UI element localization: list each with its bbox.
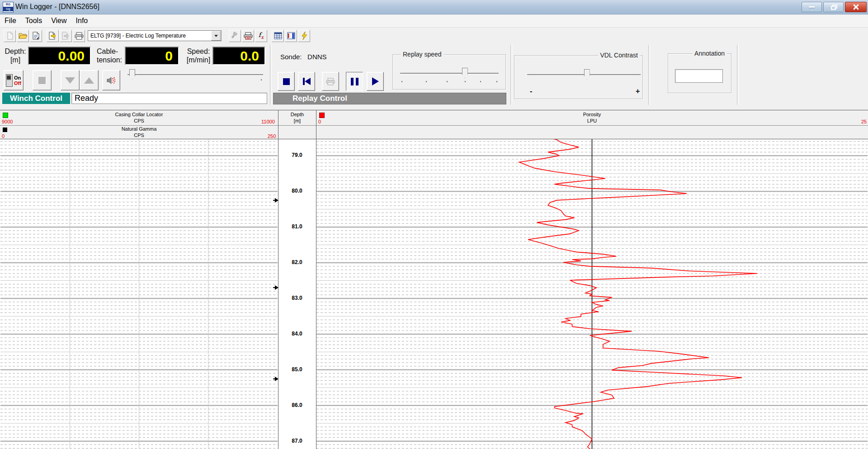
open-folder-icon bbox=[19, 32, 28, 39]
calibration-button[interactable]: ° bbox=[229, 30, 241, 42]
fx-icon: fx bbox=[259, 31, 264, 40]
arrow-down-icon bbox=[65, 77, 75, 84]
winch-down-button[interactable] bbox=[61, 70, 80, 90]
winch-power-toggle[interactable]: OnOff bbox=[4, 70, 24, 90]
depth-tick-label: 83.0 bbox=[278, 295, 316, 301]
sonde-program-combobox[interactable]: ELTG [9739] - Electric Log Temperature bbox=[88, 30, 222, 41]
vdl-grid-icon bbox=[287, 32, 295, 39]
print-button[interactable] bbox=[73, 30, 85, 42]
replay-rewind-button[interactable] bbox=[298, 72, 315, 91]
close-button[interactable] bbox=[845, 2, 867, 12]
edit-log-button[interactable] bbox=[30, 30, 42, 42]
annotation-input[interactable] bbox=[675, 69, 723, 83]
title-bar: RGlog Win Logger - [DNNS2656] bbox=[0, 0, 868, 14]
play-icon bbox=[372, 77, 379, 85]
printer-log-icon bbox=[244, 32, 253, 40]
gamma-curve-unit: CPS bbox=[0, 132, 278, 138]
speaker-icon bbox=[106, 76, 116, 85]
printer-icon bbox=[75, 32, 84, 40]
print-log-button[interactable] bbox=[242, 30, 254, 42]
vdl-view-button[interactable] bbox=[285, 30, 297, 42]
document-edit-icon bbox=[32, 32, 40, 40]
new-log-button[interactable] bbox=[4, 30, 16, 42]
data-table-button[interactable] bbox=[272, 30, 284, 42]
combobox-value: ELTG [9739] - Electric Log Temperature bbox=[88, 33, 211, 39]
app-logo-icon: RGlog bbox=[3, 2, 14, 13]
panel-separator bbox=[648, 45, 650, 105]
switch-icon bbox=[6, 74, 13, 87]
gamma-scale-max: 250 bbox=[268, 133, 276, 139]
winch-speed-slider-track[interactable] bbox=[127, 74, 263, 76]
annotation-label: Annotation bbox=[693, 50, 726, 57]
skip-to-start-icon bbox=[303, 78, 311, 85]
vdl-contrast-groupbox: VDL Contrast bbox=[514, 55, 643, 99]
track-border bbox=[278, 110, 278, 449]
collar-marker-arrow bbox=[275, 198, 278, 203]
gamma-curve-name: Natural Gamma bbox=[0, 126, 278, 132]
depth-axis-unit: [m] bbox=[278, 118, 316, 123]
panel-separator bbox=[737, 45, 739, 105]
replay-speed-label: Replay speed bbox=[401, 51, 443, 58]
winch-alarm-button[interactable] bbox=[102, 70, 120, 90]
power-depth-button[interactable] bbox=[298, 30, 310, 42]
menu-view[interactable]: View bbox=[47, 16, 71, 26]
depth-tick-label: 84.0 bbox=[278, 331, 316, 337]
printer-icon-disabled bbox=[326, 78, 335, 85]
menu-file[interactable]: File bbox=[0, 16, 21, 26]
replay-stop-button[interactable] bbox=[278, 72, 295, 91]
arrow-up-icon bbox=[84, 77, 94, 84]
replay-print-button[interactable] bbox=[322, 72, 339, 91]
collar-marker-arrow bbox=[275, 285, 278, 290]
hammer-icon-disabled: ° bbox=[231, 32, 239, 40]
winch-up-button[interactable] bbox=[80, 70, 99, 90]
log-plot-area[interactable] bbox=[0, 139, 868, 449]
depth-tick-label: 79.0 bbox=[278, 152, 316, 158]
sonde-value: DNNS bbox=[307, 53, 327, 61]
ccl-scale-max: 11000 bbox=[261, 119, 275, 124]
stop-icon bbox=[38, 77, 46, 84]
porosity-curve-name: Porosity bbox=[316, 112, 868, 117]
close-icon bbox=[853, 4, 859, 10]
speed-display-label: Speed:[m/min] bbox=[185, 47, 212, 64]
ccl-curve-name: Casing Collar Locator bbox=[0, 112, 278, 117]
menu-tools[interactable]: Tools bbox=[21, 16, 47, 26]
minimize-button[interactable] bbox=[802, 2, 822, 12]
replay-slider-tick bbox=[496, 81, 497, 82]
collar-marker-arrow bbox=[275, 377, 278, 381]
winch-speed-slider-handle[interactable] bbox=[129, 69, 135, 80]
replay-slider-tick bbox=[480, 81, 481, 82]
replay-speed-slider-track[interactable] bbox=[400, 73, 499, 74]
depth-tick-label: 82.0 bbox=[278, 259, 316, 265]
ccl-scale-min: 9000 bbox=[2, 119, 13, 124]
menu-info[interactable]: Info bbox=[71, 16, 93, 26]
control-panel-area: Depth:[m] 0.00 Cable-tension: 0 Speed:[m… bbox=[0, 44, 868, 107]
replay-pause-button[interactable] bbox=[346, 72, 363, 91]
page-export-icon bbox=[48, 32, 57, 40]
restore-button[interactable] bbox=[823, 2, 844, 12]
depth-tick-label: 80.0 bbox=[278, 188, 316, 194]
winch-stop-button[interactable] bbox=[33, 70, 52, 90]
speed-display: 0.0 bbox=[212, 47, 265, 65]
table-grid-icon bbox=[274, 32, 282, 39]
replay-slider-tick bbox=[401, 81, 402, 82]
replay-slider-tick bbox=[465, 81, 466, 82]
depth-tick-label: 81.0 bbox=[278, 223, 316, 230]
winch-status-field: Ready bbox=[71, 93, 267, 104]
export-log-button[interactable] bbox=[47, 30, 59, 42]
formula-button[interactable]: fx bbox=[255, 30, 267, 42]
lightning-icon bbox=[301, 32, 307, 40]
replay-play-button[interactable] bbox=[367, 72, 384, 91]
win-logger-window: RGlog Win Logger - [DNNS2656] File Tools… bbox=[0, 0, 868, 449]
import-log-button[interactable] bbox=[60, 30, 72, 42]
vdl-contrast-slider-track[interactable] bbox=[527, 74, 641, 76]
porosity-scale-min: 0 bbox=[318, 119, 321, 124]
replay-control-header: Replay Control bbox=[273, 93, 506, 104]
depth-tick-label: 87.0 bbox=[278, 438, 316, 444]
gamma-scale-min: 0 bbox=[2, 133, 5, 139]
pause-icon bbox=[351, 78, 359, 85]
toolbar: ELTG [9739] - Electric Log Temperature °… bbox=[0, 28, 868, 44]
porosity-curve-unit: LPU bbox=[316, 118, 868, 123]
combobox-dropdown-arrow[interactable] bbox=[211, 31, 221, 41]
open-file-button[interactable] bbox=[17, 30, 29, 42]
menu-bar: File Tools View Info bbox=[0, 14, 868, 27]
